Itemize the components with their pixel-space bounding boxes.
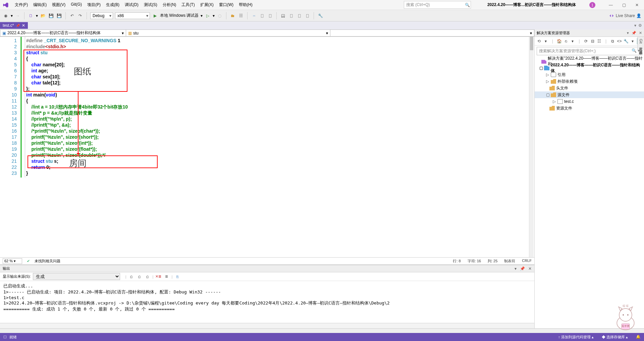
save-all-icon[interactable]: 💾: [56, 13, 62, 19]
se-tool-back[interactable]: ⟲: [537, 38, 542, 44]
output-wrap-icon[interactable]: ≣: [163, 274, 169, 280]
output-from-label: 显示输出来源(S):: [3, 274, 31, 279]
search-icon[interactable]: 🔍: [465, 3, 470, 7]
redo-icon[interactable]: ↷: [77, 13, 83, 19]
tree-external[interactable]: ▷外部依赖项: [535, 78, 644, 85]
output-tool-2[interactable]: ⎙: [137, 274, 143, 280]
menu-item[interactable]: Git(G): [69, 1, 84, 9]
se-tool-collapse[interactable]: ⊟: [590, 38, 595, 44]
tab-close-icon[interactable]: ✕: [22, 23, 25, 28]
tree-source[interactable]: ▢源文件: [535, 91, 644, 98]
tool-icon-2[interactable]: 🖿: [230, 13, 236, 19]
tool-icon-10[interactable]: ⎕: [304, 13, 310, 19]
menu-item[interactable]: 文件(F): [13, 1, 30, 9]
output-dropdown-icon[interactable]: ▾: [515, 266, 517, 271]
start-debug-button[interactable]: ▶: [152, 13, 158, 19]
start-nodebug-icon[interactable]: ▷: [205, 13, 211, 19]
minimize-button[interactable]: ―: [609, 3, 613, 7]
scrollbar[interactable]: [529, 37, 534, 257]
repo-button[interactable]: ◆ 选择存储库 ▴: [602, 335, 628, 340]
ready-label: 就绪: [9, 335, 17, 340]
se-tool-props[interactable]: ⧉: [610, 38, 615, 44]
output-pin-icon[interactable]: 📌: [520, 266, 525, 271]
menu-item[interactable]: 窗口(W): [217, 1, 235, 9]
tab-options-icon[interactable]: ⚙: [638, 23, 642, 28]
code-body[interactable]: #define _CRT_SECURE_NO_WARNINGS 1#includ…: [20, 37, 534, 257]
output-from-combo[interactable]: 生成: [33, 273, 120, 280]
tab-dropdown-icon[interactable]: ▾: [634, 23, 636, 28]
tool-icon-1[interactable]: ◌: [217, 13, 223, 19]
tool-icon-4[interactable]: ⎓: [251, 13, 257, 19]
output-tool-4[interactable]: ⎘: [174, 274, 180, 280]
prebottom: [0, 328, 644, 333]
notification-badge[interactable]: 1: [589, 2, 595, 8]
menu-item[interactable]: 视图(V): [50, 1, 67, 9]
se-search[interactable]: 搜索解决方案资源管理器(Ctrl+;) 🔍 ▾: [537, 47, 642, 55]
tool-icon-8[interactable]: ⎕: [288, 13, 294, 19]
se-tool-wrench[interactable]: 🔧: [624, 38, 629, 44]
platform-combo[interactable]: x86: [115, 12, 150, 19]
tool-icon-6[interactable]: ⎕: [267, 13, 273, 19]
menu-item[interactable]: 扩展(X): [198, 1, 216, 9]
output-hscroll[interactable]: [0, 323, 534, 328]
start-debug-label[interactable]: 本地 Windows 调试器: [160, 13, 199, 18]
liveshare-button[interactable]: Live Share: [616, 13, 635, 18]
source-control-button[interactable]: ↑ 添加到源代码管理 ▴: [558, 335, 594, 340]
menu-item[interactable]: 工具(T): [179, 1, 197, 9]
se-tool-view[interactable]: <>: [617, 38, 622, 44]
search-box[interactable]: 搜索 (Ctrl+Q): [404, 1, 471, 9]
titlebar: 文件(F)编辑(E)视图(V)Git(G)项目(P)生成(B)调试(D)测试(S…: [0, 0, 644, 10]
tree-headers[interactable]: 头文件: [535, 85, 644, 91]
zoom-combo[interactable]: 62 % ▾: [3, 258, 22, 264]
nav-type-combo[interactable]: ▦stu▾: [126, 29, 330, 37]
menu-item[interactable]: 编辑(E): [31, 1, 49, 9]
menu-item[interactable]: 调试(D): [123, 1, 141, 9]
rtab-git[interactable]: Git 更改: [638, 39, 643, 45]
tool-icon-5[interactable]: ⎕: [259, 13, 265, 19]
tree-resources[interactable]: 资源文件: [535, 105, 644, 112]
output-tool-1[interactable]: ⎙: [128, 274, 135, 280]
se-pin-icon[interactable]: 📌: [632, 31, 636, 35]
nav-project-combo[interactable]: ▣2022.4.20——博客——初识C语言——指针和结构体▾: [0, 29, 126, 37]
menu-item[interactable]: 测试(S): [142, 1, 159, 9]
menu-item[interactable]: 项目(P): [85, 1, 103, 9]
tab-testc[interactable]: test.c* 📌 ✕: [0, 22, 28, 29]
output-body[interactable]: 已启动生成... 1>------ 已启动生成: 项目: 2022.4.20—博…: [0, 281, 534, 323]
se-close-icon[interactable]: ✕: [639, 31, 642, 35]
tree-project[interactable]: ▢2022.4.20——博客——初识C语言——指针和结构体: [535, 65, 644, 71]
save-icon[interactable]: 💾: [48, 13, 54, 19]
se-dropdown-icon[interactable]: ▾: [627, 31, 629, 35]
nav-fwd-icon[interactable]: →: [15, 13, 21, 19]
code-editor[interactable]: 1234567891011121314151617181920212223 #d…: [0, 37, 534, 257]
undo-icon[interactable]: ↶: [69, 13, 75, 19]
menu-item[interactable]: 分析(N): [161, 1, 178, 9]
output-close-icon[interactable]: ✕: [528, 266, 532, 271]
output-clear-icon[interactable]: ✕≣: [155, 274, 161, 280]
se-tool-showall[interactable]: ☷: [597, 38, 602, 44]
se-tool-sync[interactable]: ⎋: [564, 38, 569, 44]
pin-icon[interactable]: 📌: [16, 24, 20, 27]
tool-icon-3[interactable]: ☷: [238, 13, 244, 19]
output-tool-3[interactable]: ⎙: [145, 274, 151, 280]
new-project-icon[interactable]: 🗋: [28, 13, 34, 19]
menu-item[interactable]: 帮助(H): [237, 1, 255, 9]
nav-back-icon[interactable]: ◉: [3, 13, 9, 19]
config-combo[interactable]: Debug: [90, 12, 113, 19]
close-button[interactable]: ✕: [635, 3, 639, 7]
tool-icon-9[interactable]: ⎕: [296, 13, 302, 19]
nav-member-combo[interactable]: ▾: [330, 29, 535, 37]
se-tool-refresh[interactable]: ⟳: [583, 38, 588, 44]
solution-tree[interactable]: 解决方案"2022.4.20——博客——初识C语言——指针和 ▢2022.4.2…: [535, 57, 644, 113]
menu-item[interactable]: 生成(B): [104, 1, 121, 9]
tree-testc[interactable]: ▷test.c: [535, 98, 644, 105]
issues-label: 未找到相关问题: [35, 259, 60, 264]
tool-icon-11[interactable]: 🔧: [317, 13, 323, 19]
fold-margin: [22, 37, 25, 178]
right-tool-tabs[interactable]: Git 更改 诊断工具: [637, 37, 644, 50]
se-tool-home[interactable]: 🏠: [557, 38, 562, 44]
maximize-button[interactable]: ▢: [622, 3, 626, 7]
liveshare-user-icon[interactable]: 👤: [636, 13, 641, 18]
tool-icon-7[interactable]: 🕮: [280, 13, 286, 19]
open-icon[interactable]: 📂: [40, 13, 46, 19]
bell-icon[interactable]: 🔔: [636, 335, 641, 340]
